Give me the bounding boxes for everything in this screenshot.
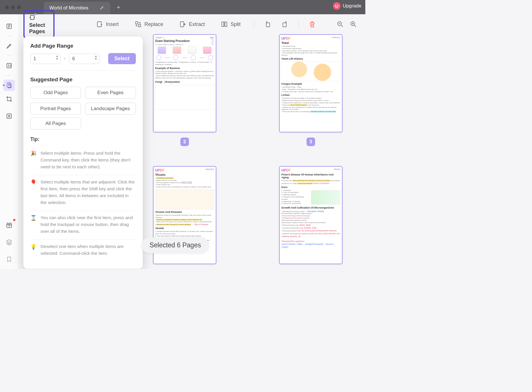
edit-text-icon[interactable] — [3, 60, 15, 71]
svg-rect-8 — [138, 25, 141, 27]
tip-text: Select multiple items: Press and hold th… — [41, 150, 136, 170]
svg-rect-10 — [222, 22, 224, 27]
range-from-input[interactable]: 1 ▲▼ — [30, 54, 61, 64]
highlighter-icon[interactable] — [3, 40, 15, 52]
doc-heading: Gram Staining Procedure — [155, 39, 214, 43]
svg-rect-12 — [266, 23, 270, 27]
tip-text: Deselect one item when multiple items ar… — [41, 243, 136, 257]
svg-rect-11 — [225, 22, 227, 27]
doc-heading: Prion's Disease Of Human Inheritance And… — [281, 173, 340, 179]
chip-odd-pages[interactable]: Odd Pages — [30, 87, 81, 99]
tip-title: Tip: — [30, 136, 136, 142]
rotate-right-icon[interactable] — [281, 20, 288, 28]
rail-separator — [7, 36, 11, 36]
delete-icon[interactable] — [309, 20, 316, 28]
tip-text: You can also click near the first item, … — [41, 214, 136, 235]
gift-icon[interactable] — [3, 219, 15, 231]
doc-subheading: Kuru — [281, 186, 340, 189]
svg-rect-6 — [97, 22, 101, 27]
chip-all-pages[interactable]: All Pages — [30, 118, 81, 130]
tools-icon[interactable] — [3, 110, 15, 122]
stepper-arrows[interactable]: ▲▼ — [56, 55, 59, 60]
layers-icon[interactable] — [3, 237, 15, 248]
chip-even-pages[interactable]: Even Pages — [85, 87, 136, 99]
close-dot[interactable] — [5, 5, 9, 9]
page-thumb-6[interactable]: UPDFPRION Prion's Disease Of Human Inher… — [279, 166, 342, 269]
tip-emoji: 🎉 — [30, 150, 37, 170]
replace-button[interactable]: Replace — [132, 19, 166, 29]
doc-heading: Viruses — [155, 173, 214, 176]
tip-item: ⌛ You can also click near the first item… — [30, 211, 136, 240]
replace-label: Replace — [144, 21, 163, 27]
page-thumb-5[interactable]: UPDFVIRUSES Viruses • Intracellular para… — [153, 166, 216, 269]
split-label: Split — [231, 21, 241, 27]
select-pages-panel: Add Page Range 1 ▲▼ - 6 ▲▼ Select Sugges… — [23, 37, 143, 269]
range-to-input[interactable]: 6 ▲▼ — [69, 54, 99, 64]
window-controls — [5, 5, 21, 9]
chip-portrait-pages[interactable]: Portrait Pages — [30, 103, 81, 115]
content-area: Select Pages Insert Replace Extract Spli… — [19, 14, 365, 269]
tip-item: 🎉 Select multiple items: Press and hold … — [30, 146, 136, 175]
upgrade-label: Upgrade — [343, 3, 361, 9]
zoom-out-icon[interactable] — [336, 20, 344, 28]
maximize-dot[interactable] — [17, 5, 21, 9]
upgrade-button[interactable]: U Upgrade — [333, 2, 361, 10]
tip-item: 🎈 Select multiple items that are adjacen… — [30, 175, 136, 211]
crop-icon[interactable] — [3, 93, 15, 105]
rail-separator — [7, 56, 11, 56]
rail-separator — [7, 75, 11, 76]
upgrade-badge-icon: U — [333, 2, 340, 10]
svg-rect-7 — [136, 22, 138, 24]
notification-dot — [13, 219, 15, 221]
rotate-left-icon[interactable] — [264, 20, 271, 28]
add-page-range-title: Add Page Range — [30, 43, 136, 49]
brand-label: UPDF — [281, 37, 291, 41]
chip-landscape-pages[interactable]: Landscape Pages — [85, 103, 136, 115]
organize-pages-icon[interactable] — [3, 80, 15, 91]
minimize-dot[interactable] — [11, 5, 15, 9]
tip-item: 💡 Deselect one item when multiple items … — [30, 240, 136, 261]
active-indicator-dot — [3, 84, 5, 86]
select-pages-label: Select Pages — [29, 22, 45, 34]
doc-heading: Yeast — [281, 41, 340, 45]
page-number-badge: 3 — [307, 138, 315, 146]
svg-rect-5 — [30, 15, 34, 19]
tip-emoji: 💡 — [30, 243, 37, 257]
tip-emoji: 🎈 — [30, 179, 37, 206]
doc-subheading: Viruses And Diseases — [155, 211, 214, 213]
select-pages-icon — [29, 14, 35, 21]
brand-label: UPDF — [281, 168, 291, 172]
svg-rect-13 — [283, 23, 286, 27]
left-sidebar — [0, 14, 19, 269]
range-separator: - — [64, 56, 66, 62]
bookmark-icon[interactable] — [3, 254, 15, 265]
page-thumb-2[interactable]: UPDF Chapter 1BAC Gram Staining Procedur… — [153, 34, 216, 146]
tab-title: World of Microbes — [49, 5, 88, 11]
watermark-icon: UPDF — [211, 37, 214, 46]
tip-emoji: ⌛ — [30, 214, 37, 235]
doc-subheading: Fungus Example — [281, 82, 340, 85]
doc-subheading: Example of Bacteria — [155, 67, 214, 70]
zoom-in-icon[interactable] — [349, 20, 357, 28]
doc-subheading: Yeast Life History — [281, 57, 340, 60]
tip-text: Select multiple items that are adjacent:… — [41, 179, 136, 206]
page-toolbar: Select Pages Insert Replace Extract Spli… — [19, 14, 365, 34]
stepper-arrows[interactable]: ▲▼ — [94, 55, 97, 60]
insert-button[interactable]: Insert — [93, 19, 122, 29]
pencil-icon[interactable] — [100, 5, 104, 11]
svg-rect-2 — [7, 83, 11, 87]
insert-label: Insert — [106, 21, 119, 27]
reader-icon[interactable] — [3, 21, 15, 32]
split-button[interactable]: Split — [218, 19, 243, 29]
new-tab-button[interactable]: ＋ — [115, 3, 122, 11]
doc-subheading: Growth And Cultivation Of Microorganisms — [281, 206, 340, 209]
extract-button[interactable]: Extract — [176, 19, 208, 29]
suggested-page-title: Suggested Page — [30, 76, 136, 83]
select-range-button[interactable]: Select — [108, 53, 136, 64]
brand-label: UPDF — [155, 168, 165, 172]
extract-label: Extract — [189, 21, 205, 27]
doc-subheading: Lichen — [281, 94, 340, 96]
doc-subheading: Viroids — [155, 227, 214, 230]
page-thumb-3[interactable]: UPDFFUNGUS Yeast • Unicellular Fungi• Ce… — [279, 34, 342, 146]
titlebar: World of Microbes ＋ U Upgrade — [0, 0, 365, 14]
